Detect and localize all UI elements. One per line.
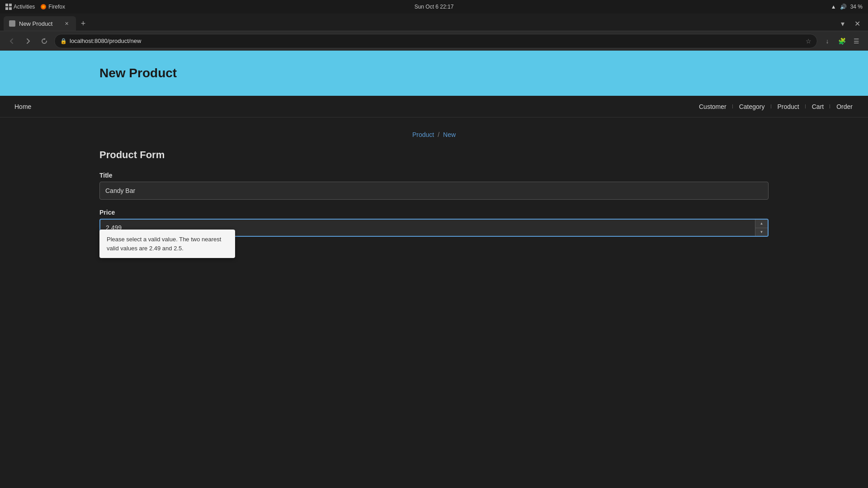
svg-rect-3 bbox=[9, 7, 12, 10]
download-button[interactable]: ↓ bbox=[821, 35, 834, 47]
title-label: Title bbox=[99, 172, 769, 179]
tab-close-button[interactable]: ✕ bbox=[62, 19, 71, 28]
forward-icon bbox=[25, 38, 31, 44]
breadcrumb: Product / New bbox=[99, 131, 769, 138]
back-icon bbox=[9, 38, 15, 44]
sound-icon: 🔊 bbox=[840, 4, 847, 10]
nav-customer[interactable]: Customer bbox=[693, 103, 733, 110]
browser-chrome: New Product ✕ + ▾ ✕ 🔒 local bbox=[0, 14, 868, 51]
tab-favicon bbox=[9, 20, 15, 27]
svg-rect-2 bbox=[5, 7, 8, 10]
window-close-button[interactable]: ✕ bbox=[850, 16, 864, 31]
site-nav-right: Customer Category Product Cart Order bbox=[693, 103, 859, 110]
os-datetime: Sun Oct 6 22:17 bbox=[415, 4, 454, 10]
new-tab-button[interactable]: + bbox=[76, 16, 90, 31]
form-title: Product Form bbox=[99, 149, 769, 161]
os-system-tray: ▲ 🔊 34 % bbox=[831, 4, 863, 10]
address-text: localhost:8080/product/new bbox=[70, 38, 803, 44]
price-field-group: Price ▲ ▼ Please select a valid value. T… bbox=[99, 209, 769, 237]
os-bar: Activities Firefox Sun Oct 6 22:17 ▲ 🔊 3… bbox=[0, 0, 868, 14]
site-nav-left: Home bbox=[9, 103, 37, 110]
reload-button[interactable] bbox=[38, 35, 51, 47]
hero-title: New Product bbox=[99, 66, 177, 80]
breadcrumb-product-link[interactable]: Product bbox=[412, 131, 434, 138]
nav-cart[interactable]: Cart bbox=[806, 103, 830, 110]
menu-button[interactable]: ☰ bbox=[850, 35, 863, 47]
extensions-button[interactable]: 🧩 bbox=[835, 35, 848, 47]
svg-rect-1 bbox=[9, 4, 12, 6]
navigation-bar: 🔒 localhost:8080/product/new ☆ ↓ 🧩 ☰ bbox=[0, 31, 868, 51]
bookmark-star-icon[interactable]: ☆ bbox=[806, 38, 811, 45]
nav-right-buttons: ↓ 🧩 ☰ bbox=[821, 35, 863, 47]
site-navigation: Home Customer Category Product Cart Orde… bbox=[0, 96, 868, 117]
breadcrumb-separator: / bbox=[438, 131, 439, 138]
forward-button[interactable] bbox=[22, 35, 34, 47]
page-content: New Product Home Customer Category Produ… bbox=[0, 51, 868, 259]
tab-bar: New Product ✕ + ▾ ✕ bbox=[0, 14, 868, 31]
firefox-button[interactable]: Firefox bbox=[40, 4, 65, 10]
tab-title: New Product bbox=[19, 20, 59, 27]
spinner-controls: ▲ ▼ bbox=[755, 220, 768, 236]
firefox-icon bbox=[40, 4, 47, 10]
reload-icon bbox=[41, 38, 47, 44]
tab-dropdown-button[interactable]: ▾ bbox=[835, 16, 850, 31]
address-bar[interactable]: 🔒 localhost:8080/product/new ☆ bbox=[54, 34, 817, 48]
main-content: Product / New Product Form Title Price ▲… bbox=[0, 117, 868, 259]
nav-order[interactable]: Order bbox=[830, 103, 859, 110]
wifi-icon: ▲ bbox=[831, 4, 836, 10]
spinner-down-button[interactable]: ▼ bbox=[755, 228, 768, 236]
breadcrumb-current: New bbox=[443, 131, 456, 138]
tab-bar-right: ▾ ✕ bbox=[835, 16, 864, 31]
nav-category[interactable]: Category bbox=[733, 103, 771, 110]
activities-button[interactable]: Activities bbox=[5, 4, 35, 10]
active-tab[interactable]: New Product ✕ bbox=[4, 16, 76, 31]
hero-banner: New Product bbox=[0, 51, 868, 96]
title-input[interactable] bbox=[99, 182, 769, 200]
activities-icon bbox=[5, 4, 12, 10]
nav-product[interactable]: Product bbox=[771, 103, 806, 110]
back-button[interactable] bbox=[5, 35, 18, 47]
title-field-group: Title bbox=[99, 172, 769, 200]
nav-home[interactable]: Home bbox=[9, 103, 37, 110]
battery-indicator: 34 % bbox=[850, 4, 863, 10]
validation-tooltip: Please select a valid value. The two nea… bbox=[99, 230, 235, 258]
price-label: Price bbox=[99, 209, 769, 216]
validation-message: Please select a valid value. The two nea… bbox=[107, 236, 221, 252]
address-shield-icon: 🔒 bbox=[60, 38, 67, 44]
svg-rect-0 bbox=[5, 4, 8, 6]
svg-point-5 bbox=[42, 5, 45, 8]
spinner-up-button[interactable]: ▲ bbox=[755, 220, 768, 228]
